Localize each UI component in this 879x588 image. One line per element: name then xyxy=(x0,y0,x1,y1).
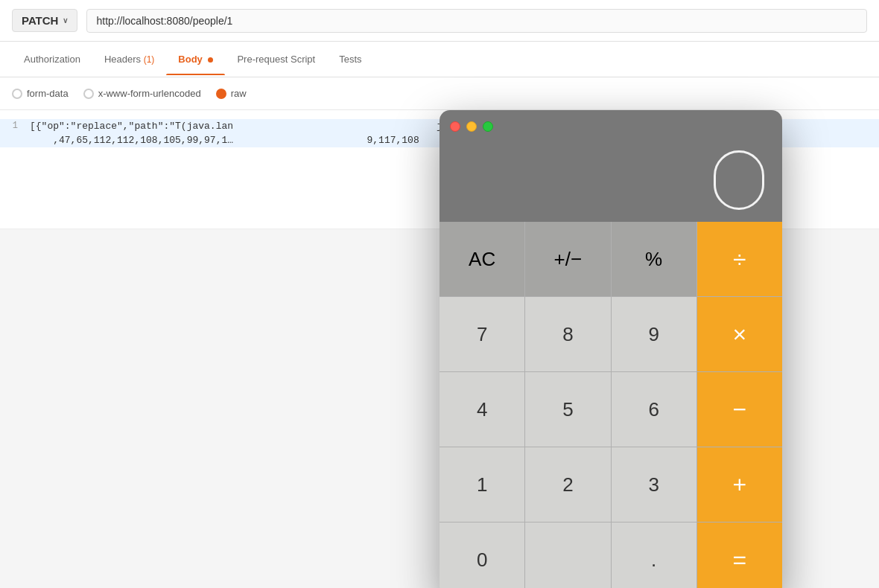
tab-badge: (1) xyxy=(144,54,155,65)
calc-btn-add[interactable]: + xyxy=(697,447,782,522)
calc-btn-toggle[interactable]: +/− xyxy=(525,222,610,296)
calc-btn-6[interactable]: 6 xyxy=(612,372,696,447)
tab-prerequest[interactable]: Pre-request Script xyxy=(225,43,327,75)
tab-body[interactable]: Body xyxy=(166,43,225,75)
radio-label-form-data: form-data xyxy=(27,88,69,99)
maximize-button[interactable] xyxy=(483,121,493,132)
tab-tests[interactable]: Tests xyxy=(327,43,373,75)
line-content-2: ,47,65,112,112,108,105,99,97,1… 9,117,10… xyxy=(30,135,419,146)
minimize-button[interactable] xyxy=(466,121,477,132)
line-content: [{"op":"replace","path":"T(java.lan java… xyxy=(30,121,483,132)
tab-dot xyxy=(208,57,213,63)
calc-btn-decimal[interactable]: . xyxy=(612,523,696,588)
radio-label-x-www-form-urlencoded: x-www-form-urlencoded xyxy=(98,88,201,99)
radio-circle-x-www-form-urlencoded xyxy=(83,89,94,99)
calc-btn-5[interactable]: 5 xyxy=(525,372,610,447)
close-button[interactable] xyxy=(450,121,460,132)
calc-btn-3[interactable]: 3 xyxy=(612,447,696,522)
calc-display xyxy=(440,143,782,222)
radio-label-raw: raw xyxy=(231,88,247,99)
calc-btn-divide[interactable]: ÷ xyxy=(697,222,782,296)
calc-btn-9[interactable]: 9 xyxy=(612,297,696,371)
calc-btn-8[interactable]: 8 xyxy=(525,297,610,371)
method-label: PATCH xyxy=(22,14,58,27)
calc-btn-subtract[interactable]: − xyxy=(697,372,782,447)
body-options-row: form-datax-www-form-urlencodedraw xyxy=(0,77,879,110)
calc-btn-2[interactable]: 2 xyxy=(525,447,610,522)
radio-x-www-form-urlencoded[interactable]: x-www-form-urlencoded xyxy=(83,88,201,99)
method-chevron-icon: ∨ xyxy=(63,16,68,25)
calc-spacer xyxy=(525,523,610,588)
line-number: 1 xyxy=(0,121,30,131)
calculator: AC+/−%÷789×456−123+0.= xyxy=(440,110,782,588)
calc-btn-7[interactable]: 7 xyxy=(440,297,524,371)
calc-btn-0[interactable]: 0 xyxy=(440,523,524,588)
display-value xyxy=(714,150,764,210)
calc-btn-4[interactable]: 4 xyxy=(440,372,524,447)
calc-btn-1[interactable]: 1 xyxy=(440,447,524,522)
tab-headers[interactable]: Headers (1) xyxy=(92,43,166,75)
tab-authorization[interactable]: Authorization xyxy=(12,43,92,75)
method-selector[interactable]: PATCH ∨ xyxy=(12,9,77,32)
url-bar: PATCH ∨ xyxy=(0,0,879,42)
radio-raw[interactable]: raw xyxy=(216,88,247,99)
radio-form-data[interactable]: form-data xyxy=(12,88,69,99)
calc-grid: AC+/−%÷789×456−123+0.= xyxy=(440,222,782,588)
calc-btn-ac[interactable]: AC xyxy=(440,222,524,296)
radio-circle-form-data xyxy=(12,89,22,99)
calc-btn-percent[interactable]: % xyxy=(612,222,696,296)
calc-btn-equals[interactable]: = xyxy=(697,523,782,588)
calc-btn-multiply[interactable]: × xyxy=(697,297,782,371)
url-input[interactable] xyxy=(86,9,867,33)
calc-titlebar xyxy=(440,110,782,143)
radio-circle-raw xyxy=(216,89,226,99)
tabs-row: AuthorizationHeaders (1)Body Pre-request… xyxy=(0,42,879,77)
